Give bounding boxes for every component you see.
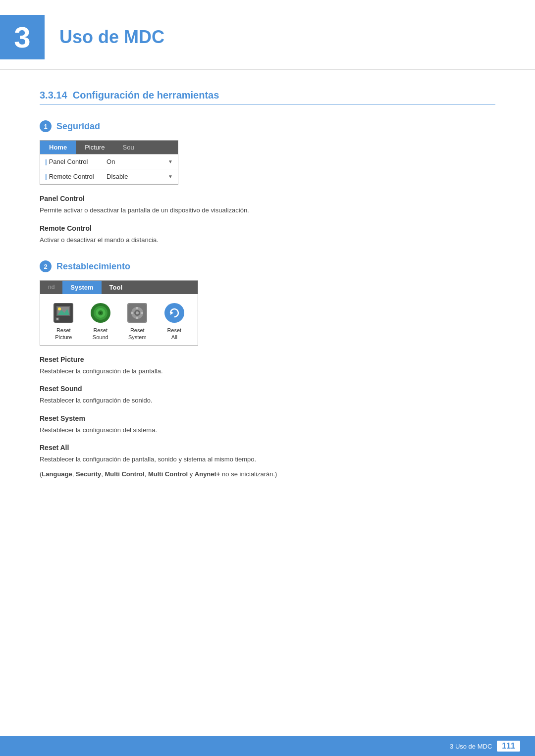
remote-control-value: Disable bbox=[107, 173, 168, 180]
restablecimiento-label: Restablecimiento bbox=[56, 261, 130, 272]
reset-tab-system: System bbox=[62, 281, 101, 294]
svg-point-21 bbox=[165, 304, 183, 322]
reset-picture-heading: Reset Picture bbox=[40, 355, 495, 363]
panel-control-row: Panel Control On ▼ bbox=[40, 154, 178, 169]
reset-system-item: ResetSystem bbox=[122, 302, 152, 341]
tab-picture: Picture bbox=[76, 141, 113, 154]
svg-rect-6 bbox=[56, 318, 58, 319]
remote-control-row: Remote Control Disable ▼ bbox=[40, 169, 178, 184]
seguridad-badge: 1 bbox=[40, 120, 52, 132]
reset-picture-item: ResetPicture bbox=[49, 302, 78, 341]
restablecimiento-badge: 2 bbox=[40, 260, 52, 272]
svg-point-12 bbox=[100, 312, 102, 314]
chapter-number-box: 3 bbox=[0, 15, 45, 59]
reset-sound-label: ResetSound bbox=[93, 327, 108, 341]
remote-control-arrow: ▼ bbox=[168, 174, 173, 179]
security-mockup: Home Picture Sou Panel Control On ▼ Remo… bbox=[40, 140, 178, 185]
panel-control-text: Permite activar o desactivar la pantalla… bbox=[40, 205, 495, 215]
reset-system-text: Restablecer la configuración del sistema… bbox=[40, 425, 495, 435]
reset-picture-icon bbox=[54, 303, 73, 323]
panel-control-arrow: ▼ bbox=[168, 159, 173, 164]
reset-all-item: ResetAll bbox=[160, 302, 189, 341]
reset-system-heading: Reset System bbox=[40, 414, 495, 422]
reset-all-heading: Reset All bbox=[40, 444, 495, 452]
main-content: 3.3.14 Configuración de herramientas 1 S… bbox=[0, 90, 535, 523]
footer-page-number: 111 bbox=[497, 741, 520, 752]
svg-rect-18 bbox=[136, 317, 138, 319]
svg-rect-20 bbox=[141, 312, 143, 314]
reset-icons-row: ResetPicture ResetSound bbox=[40, 294, 198, 345]
reset-all-text: Restablecer la configuración de pantalla… bbox=[40, 454, 495, 464]
note-multi2: Multi Control bbox=[148, 470, 188, 478]
chapter-number: 3 bbox=[14, 20, 30, 54]
reset-sound-item: ResetSound bbox=[86, 302, 115, 341]
note-multi1: Multi Control bbox=[105, 470, 145, 478]
note-security: Security bbox=[76, 470, 101, 478]
panel-control-value: On bbox=[107, 158, 168, 165]
svg-point-16 bbox=[136, 311, 139, 314]
remote-control-heading: Remote Control bbox=[40, 224, 495, 232]
section-heading: 3.3.14 Configuración de herramientas bbox=[40, 90, 495, 104]
tab-home: Home bbox=[40, 141, 76, 154]
reset-picture-label: ResetPicture bbox=[55, 327, 72, 341]
svg-rect-17 bbox=[136, 307, 138, 309]
seguridad-heading: 1 Seguridad bbox=[40, 120, 495, 132]
reset-sound-text: Restablecer la configuración de sonido. bbox=[40, 396, 495, 405]
note-anynet: Anynet+ bbox=[195, 470, 220, 478]
footer: 3 Uso de MDC 111 bbox=[0, 736, 535, 756]
reset-mockup: nd System Tool bbox=[40, 280, 198, 346]
reset-all-label: ResetAll bbox=[167, 327, 181, 341]
svg-point-3 bbox=[58, 307, 61, 310]
restablecimiento-heading: 2 Restablecimiento bbox=[40, 260, 495, 272]
reset-tabs: nd System Tool bbox=[40, 281, 198, 294]
section-title: Configuración de herramientas bbox=[73, 90, 219, 101]
svg-rect-7 bbox=[56, 319, 58, 320]
mockup-rows: Panel Control On ▼ Remote Control Disabl… bbox=[40, 154, 178, 184]
reset-sound-icon-box bbox=[90, 302, 111, 324]
section-id: 3.3.14 bbox=[40, 90, 67, 101]
reset-sound-icon bbox=[91, 303, 110, 323]
svg-rect-19 bbox=[131, 312, 133, 314]
chapter-header: 3 Uso de MDC bbox=[0, 0, 535, 70]
reset-all-icon-box bbox=[163, 302, 185, 324]
reset-picture-icon-box bbox=[53, 302, 74, 324]
chapter-title: Uso de MDC bbox=[59, 27, 164, 48]
mockup-tabs: Home Picture Sou bbox=[40, 141, 178, 154]
reset-sound-heading: Reset Sound bbox=[40, 385, 495, 393]
reset-system-icon-box bbox=[126, 302, 148, 324]
panel-control-label: Panel Control bbox=[45, 158, 107, 165]
reset-all-icon bbox=[164, 303, 184, 323]
note-language: Language bbox=[42, 470, 72, 478]
panel-control-heading: Panel Control bbox=[40, 195, 495, 202]
remote-control-text: Activar o desactivar el mando a distanci… bbox=[40, 235, 495, 245]
reset-tab-empty bbox=[130, 281, 146, 294]
reset-system-label: ResetSystem bbox=[128, 327, 147, 341]
footer-text: 3 Uso de MDC bbox=[450, 743, 492, 750]
reset-tab-tool: Tool bbox=[102, 281, 130, 294]
reset-system-icon bbox=[127, 303, 147, 323]
reset-tab-nd: nd bbox=[40, 281, 62, 294]
remote-control-label: Remote Control bbox=[45, 173, 107, 180]
reset-all-note: (Language, Security, Multi Control, Mult… bbox=[40, 469, 495, 479]
tab-sou: Sou bbox=[114, 141, 143, 154]
reset-picture-text: Restablecer la configuración de la panta… bbox=[40, 366, 495, 376]
seguridad-label: Seguridad bbox=[56, 121, 100, 132]
